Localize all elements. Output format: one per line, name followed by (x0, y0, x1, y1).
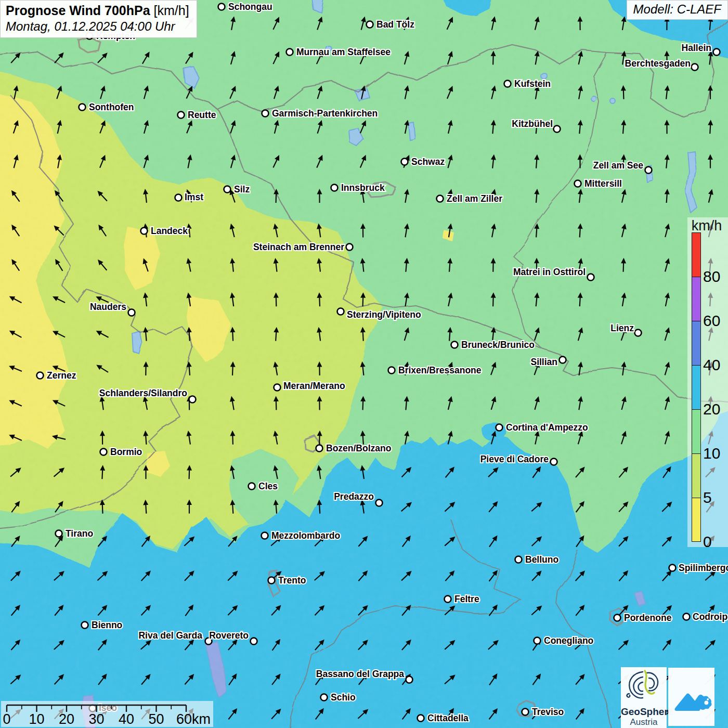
city-label: Riva del Garda (138, 630, 202, 641)
city-dot (331, 185, 338, 191)
city-dot (268, 577, 275, 584)
city-dot (451, 342, 458, 348)
city-label: Zell am See (593, 160, 644, 171)
city-dot (713, 49, 720, 56)
wind-map-canvas: SchongauBad TölzKemptenMurnau am Staffel… (0, 0, 728, 728)
legend-tick-label: 80 (703, 268, 720, 285)
weather-map-screenshot: SchongauBad TölzKemptenMurnau am Staffel… (0, 0, 728, 728)
city-dot (321, 694, 328, 701)
city-dot (316, 445, 323, 452)
legend-segment (692, 232, 701, 277)
city-dot (614, 615, 621, 621)
city-label: Pordenone (624, 613, 672, 623)
city-dot (346, 244, 353, 251)
city-label: Cles (258, 481, 278, 491)
city-label: Schlanders/Silandro (99, 388, 187, 398)
city-dot (635, 330, 642, 336)
city-dot (249, 483, 255, 490)
city-dot (56, 530, 62, 537)
city-dot (262, 110, 269, 117)
city-dot (445, 596, 451, 603)
geosphere-contour-icon (623, 667, 665, 705)
city-label: Tirano (66, 528, 93, 539)
city-label: Schwaz (411, 157, 445, 167)
city-label: Schio (331, 692, 356, 703)
city-label: Zell am Ziller (447, 193, 502, 204)
city-dot (437, 196, 444, 202)
city-label: Zernez (47, 370, 76, 381)
scale-tick-label: 60km (176, 711, 211, 727)
model-box: Modell: C-LAEF (627, 0, 728, 20)
map-scale-bar: 0102030405060km (1, 701, 213, 727)
legend-tick-label: 40 (703, 356, 720, 374)
geosphere-logo-box: GeoSphere Austria (621, 667, 667, 728)
geosphere-country: Austria (621, 717, 667, 727)
city-dot (504, 81, 511, 87)
city-dot (560, 357, 566, 363)
city-dot (692, 64, 698, 71)
city-dot (224, 186, 231, 193)
city-label: Mittersill (584, 178, 622, 189)
city-label: Brixen/Bressanone (398, 365, 482, 375)
city-label: Berchtesgaden (625, 58, 691, 69)
city-label: Steinach am Brenner (253, 242, 344, 252)
title-unit: [km/h] (150, 3, 189, 18)
city-dot (189, 396, 196, 403)
city-dot (683, 614, 690, 620)
city-dot (100, 449, 107, 456)
city-dot (588, 274, 594, 281)
city-label: Cortina d'Ampezzo (506, 422, 588, 433)
city-label: Sterzing/Vipiteno (347, 309, 421, 320)
city-label: Murnau am Staffelsee (296, 47, 391, 57)
legend-tick-label: 60 (703, 312, 720, 330)
city-label: Cittadella (427, 713, 469, 723)
scale-tick-label: 20 (59, 711, 74, 727)
city-label: Garmisch-Partenkirchen (272, 108, 378, 119)
city-dot (262, 532, 268, 539)
city-dot (551, 459, 557, 465)
city-dot (522, 709, 529, 716)
city-label: Belluno (525, 554, 558, 565)
mountain-cloud-logo-icon (671, 677, 712, 717)
title-datetime: Montag, 01.12.2025 04:00 Uhr (6, 19, 189, 34)
city-label: Trento (278, 575, 306, 586)
city-label: Codroipo (693, 612, 728, 622)
scale-tick-label: 30 (88, 711, 104, 727)
city-label: Bruneck/Brunico (461, 340, 535, 350)
city-label: Conegliano (544, 635, 593, 646)
legend-tick-label: 5 (703, 489, 712, 506)
legend-tick-label: 20 (703, 400, 720, 418)
city-dot (367, 21, 373, 28)
city-dot (515, 556, 522, 563)
city-label: Landeck (151, 226, 188, 236)
legend-segment (692, 365, 701, 409)
legend-tick-label: 0 (703, 533, 712, 551)
city-label: Spilimbergo (679, 563, 728, 573)
city-dot (418, 715, 424, 722)
city-label: Schongau (228, 2, 272, 12)
scale-tick-label: 0 (3, 711, 10, 727)
city-dot (645, 167, 652, 174)
city-label: Matrei in Osttirol (513, 267, 586, 277)
city-label: Bassano del Grappa (316, 669, 404, 679)
city-dot (554, 126, 561, 133)
city-dot (178, 112, 185, 119)
city-dot (79, 104, 86, 111)
city-dot (496, 424, 503, 431)
title-product: Prognose Wind 700hPa (6, 3, 150, 18)
city-label: Lienz (610, 323, 634, 333)
city-dot (141, 228, 148, 235)
legend-color-bar (692, 232, 701, 542)
city-dot (534, 638, 541, 644)
scale-tick-label: 40 (119, 711, 134, 727)
city-label: Silz (234, 184, 250, 194)
city-dot (37, 372, 44, 379)
scale-tick-label: 10 (29, 711, 44, 727)
city-label: Feltre (454, 594, 479, 604)
city-label: Kitzbühel (512, 119, 553, 129)
city-label: Bad Tölz (376, 19, 414, 30)
city-dot (128, 309, 135, 316)
city-label: Imst (185, 192, 203, 202)
city-label: Sonthofen (89, 102, 134, 112)
city-label: Hallein (682, 43, 711, 53)
